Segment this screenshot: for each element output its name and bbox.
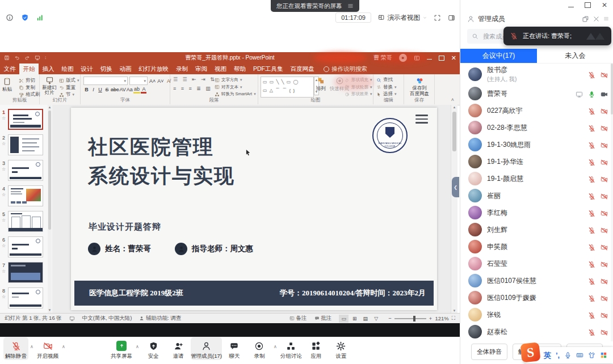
- ribbon-tab-3[interactable]: 插入: [39, 64, 58, 74]
- font-style-U[interactable]: U: [97, 86, 103, 93]
- shapes-grid[interactable]: ▭ ▭ ╲ ╲ ▭ ◯▭ △ ⌒ ⌒ { }: [261, 77, 314, 98]
- cam-off-icon[interactable]: [601, 157, 608, 166]
- shapes-gallery[interactable]: ▭ ▭ ╲ ╲ ▭ ◯▭ △ ⌒ ⌒ { } ▲▪▼: [261, 77, 319, 98]
- toolbar-安全[interactable]: 安全: [141, 337, 166, 360]
- tab-not-joined[interactable]: 未入会: [537, 49, 613, 63]
- toolbar-应用[interactable]: 应用: [304, 337, 329, 360]
- ribbon-tab-4[interactable]: 绘图: [58, 64, 77, 74]
- cam-off-icon[interactable]: [601, 310, 608, 319]
- ppt-user-avatar[interactable]: ●: [399, 54, 407, 62]
- mic-off-icon[interactable]: [588, 327, 595, 336]
- mic-off-icon[interactable]: [588, 123, 595, 132]
- minimize-button[interactable]: [568, 7, 574, 7]
- ribbon-display-options-icon[interactable]: [414, 55, 420, 61]
- font-style-S[interactable]: S: [104, 86, 110, 93]
- shape-fill-button[interactable]: 形状填充▾: [345, 77, 372, 84]
- mic-off-icon[interactable]: [588, 276, 595, 285]
- toolbar-解除静音[interactable]: 解除静音: [3, 337, 28, 360]
- zoom-out-button[interactable]: −: [388, 315, 392, 321]
- cam-off-icon[interactable]: [601, 259, 608, 268]
- member-row[interactable]: 曹荣哥: [460, 85, 613, 102]
- mic-off-icon[interactable]: [588, 191, 595, 200]
- font-color-button[interactable]: A: [141, 86, 147, 93]
- view-mode-selector[interactable]: 演示者视图: [378, 14, 427, 22]
- ribbon-tab-11[interactable]: 视图: [211, 64, 230, 74]
- arrange-button[interactable]: 排列: [316, 77, 326, 92]
- shape-outline-button[interactable]: 形状轮廓▾: [345, 84, 372, 91]
- cam-dark-icon[interactable]: [601, 89, 608, 98]
- close-button[interactable]: ✕: [602, 2, 607, 8]
- toolbar-聊天[interactable]: 聊天: [222, 337, 247, 360]
- language-status[interactable]: 中文(简体, 中国大陆): [82, 315, 132, 322]
- mic-on-icon[interactable]: [588, 89, 595, 98]
- tab-in-meeting[interactable]: 会议中(17): [460, 49, 537, 63]
- chevron-up-icon[interactable]: ∧: [272, 337, 279, 349]
- reset-button[interactable]: 重置: [59, 84, 79, 92]
- zoom-level[interactable]: 121%: [435, 315, 448, 321]
- mic-off-icon[interactable]: [588, 106, 595, 115]
- paste-button[interactable]: 粘贴: [2, 77, 12, 93]
- mic-off-icon[interactable]: [588, 310, 595, 319]
- member-row[interactable]: 李红梅: [460, 204, 613, 221]
- chevron-up-icon[interactable]: ∧: [28, 337, 35, 349]
- ime-skin-icon[interactable]: [588, 352, 595, 359]
- font-style-Aa[interactable]: Aa: [127, 86, 133, 93]
- member-row[interactable]: 崔丽: [460, 187, 613, 204]
- toolbar-录制[interactable]: 录制: [247, 337, 272, 360]
- mic-off-icon[interactable]: [588, 140, 595, 149]
- cam-off-icon[interactable]: [601, 123, 608, 132]
- cam-off-icon[interactable]: [601, 191, 608, 200]
- slide-thumbnail[interactable]: [8, 134, 43, 155]
- chevron-up-icon[interactable]: ∧: [60, 337, 67, 349]
- panel-collapse-handle[interactable]: ❮: [452, 177, 459, 197]
- grow-font-button[interactable]: A˄: [149, 78, 156, 84]
- maximize-button[interactable]: [585, 2, 591, 8]
- slide-sorter-button[interactable]: ⊞: [350, 315, 359, 323]
- toolbar-分组讨论[interactable]: 分组讨论: [279, 337, 304, 360]
- align-text-button[interactable]: 对齐文本▾: [215, 84, 256, 91]
- cam-off-icon[interactable]: [601, 293, 608, 302]
- popout-icon[interactable]: [582, 15, 589, 23]
- ribbon-tab-9[interactable]: 录制: [173, 64, 192, 74]
- toolbar-邀请[interactable]: 邀请: [166, 337, 191, 360]
- monitor-icon[interactable]: [576, 89, 583, 98]
- ime-punctuation-toggle[interactable]: ’,: [556, 351, 560, 359]
- member-row[interactable]: 19-1-孙华连: [460, 153, 613, 170]
- cam-off-icon[interactable]: [601, 327, 608, 336]
- new-slide-button[interactable]: 新建幻灯片: [41, 76, 58, 96]
- slide[interactable]: SHENYANG MEDICAL COLLEGE 社区医院管理 系统设计与实现 …: [71, 108, 437, 310]
- save-to-baidu-button[interactable]: 保存到百度网盘: [408, 77, 431, 97]
- highlight-color-button[interactable]: ab: [133, 86, 140, 93]
- shrink-font-button[interactable]: A˅: [157, 78, 163, 84]
- ribbon-tab-8[interactable]: 幻灯片放映: [135, 64, 173, 74]
- ppt-restore-button[interactable]: [439, 56, 444, 61]
- sharing-banner[interactable]: 您正在观看曹荣哥的屏幕: [271, 0, 359, 12]
- member-row[interactable]: 张锐: [460, 306, 613, 323]
- replace-button[interactable]: 替换▾: [376, 84, 397, 91]
- member-row[interactable]: 殷书彦(主持人, 我): [460, 64, 613, 85]
- list-buttons[interactable]: ☰ ☰ ⇤ ⇥ ⇅: [173, 77, 216, 82]
- ribbon-tab-14[interactable]: 百度网盘: [287, 64, 318, 74]
- theme-icon[interactable]: [69, 316, 75, 321]
- ime-toolbox-icon[interactable]: [600, 352, 607, 359]
- ribbon-tab-12[interactable]: 帮助: [230, 64, 250, 74]
- ribbon-search-box[interactable]: 操作说明搜索: [324, 64, 367, 74]
- member-row[interactable]: 医信0109于媛媛: [460, 289, 613, 306]
- mic-off-icon[interactable]: [588, 70, 595, 78]
- mic-off-icon[interactable]: [588, 293, 595, 302]
- mic-off-icon[interactable]: [588, 157, 595, 166]
- slide-thumbnail[interactable]: [8, 160, 43, 181]
- mic-off-icon[interactable]: [588, 225, 595, 234]
- accessibility-status[interactable]: 辅助功能: 调查: [139, 315, 181, 322]
- mic-off-icon[interactable]: [588, 242, 595, 251]
- panel-footer-button-1[interactable]: 全体静音: [471, 344, 507, 360]
- ribbon-tab-10[interactable]: 审阅: [192, 64, 211, 74]
- side-panel-toggle-icon[interactable]: [448, 14, 455, 22]
- ppt-user-name[interactable]: 曹 荣哥: [373, 54, 392, 62]
- cam-off-icon[interactable]: [601, 242, 608, 251]
- fit-slide-button[interactable]: ⛶: [452, 315, 455, 321]
- member-row[interactable]: 19-1-颜启慧: [460, 170, 613, 187]
- font-size-select[interactable]: ▾: [129, 77, 148, 85]
- toolbar-设置[interactable]: 设置: [329, 337, 354, 360]
- copy-button[interactable]: 复制: [19, 84, 40, 92]
